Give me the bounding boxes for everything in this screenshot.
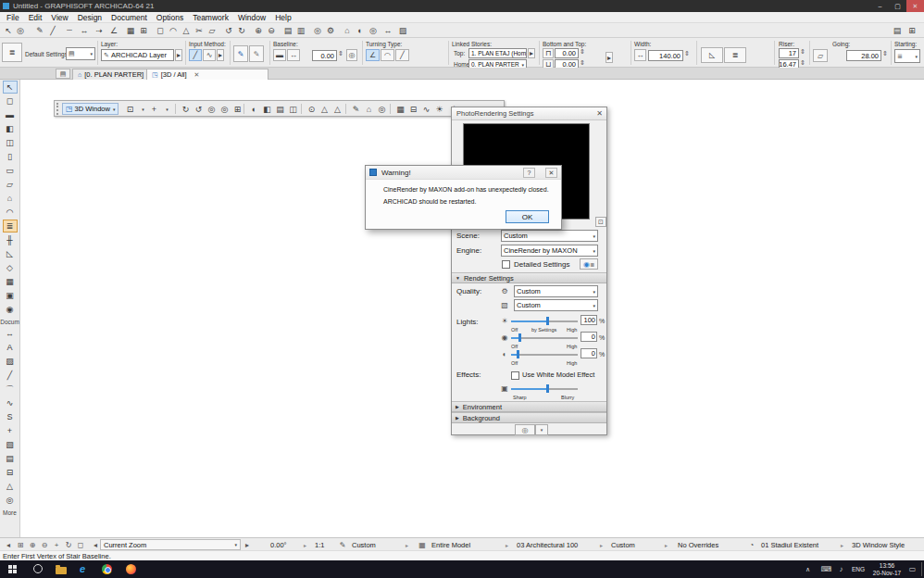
volume-icon[interactable]: ♪ [835,563,847,575]
engine-selector[interactable]: CineRender by MAXON ▾ [501,245,598,257]
markup-pen-icon[interactable]: ✎ [349,103,363,115]
riser-height-spinner-icon[interactable]: ⇕ [800,59,805,67]
sun-settings-icon[interactable]: ☀ [432,103,446,115]
pen-background-icon[interactable]: ✎ [249,45,264,62]
white-model-checkbox[interactable] [511,371,519,380]
tab-3d-all[interactable]: ◳ [3D / All] ✕ [146,69,268,80]
cortana-icon[interactable] [33,564,43,573]
roof-tool-icon[interactable]: ⌂ [3,192,18,205]
hotspot-tool-icon[interactable]: + [3,424,18,437]
layer-more-icon[interactable]: ▸ [175,49,182,61]
select-tool-icon[interactable]: ↖ [2,24,15,36]
settings-gear-icon[interactable]: ⚙ [324,24,337,36]
favorites-picker[interactable]: ▤ ▾ [66,47,95,60]
graphic-overrides-value[interactable]: No Overrides [678,541,718,549]
fit-in-window-icon[interactable]: ⊞ [15,539,26,550]
stair-profile-icon[interactable]: ◺ [701,47,723,63]
shell-tool-icon[interactable]: ◠ [3,206,18,219]
lampglow-value-field[interactable]: 0 [581,332,597,342]
top-offset-icon[interactable]: ⊓ [543,48,554,58]
menu-document[interactable]: Document [106,13,152,22]
environment-header[interactable]: ▶ Environment [452,401,606,412]
toolbox-more-label[interactable]: More [3,509,17,516]
sunlight-value-field[interactable]: 100 [581,315,597,325]
baseline-offset-icon[interactable]: ↔ [287,49,300,61]
layer-combination-value[interactable]: 03 Architectural 100 [517,541,578,549]
turning-angle-icon[interactable]: ∠ [366,49,380,61]
internet-explorer-icon[interactable]: e [80,563,85,574]
stair-steps-icon[interactable]: ≣ [724,47,746,63]
menu-help[interactable]: Help [270,13,295,22]
line-tool-icon[interactable]: ╱ [3,369,18,382]
tab-plan-parter[interactable]: ⌂ [0. PLAN PARTER] [72,69,149,80]
ambient-value-field[interactable]: 0 [581,348,597,358]
width-spinner-icon[interactable]: ⇕ [684,50,690,57]
fill-icon[interactable]: ▨ [396,24,409,36]
model-filter-value[interactable]: Entire Model [431,541,470,549]
slider-thumb[interactable] [546,384,549,393]
preview-refresh-icon[interactable]: ⊡ [595,217,606,227]
maximize-button[interactable]: ▢ [889,0,906,12]
window-view-icon[interactable]: ◫ [286,103,300,115]
method-selector[interactable]: Custom ▾ [514,299,598,311]
dialog-close-icon[interactable]: ✕ [545,168,557,178]
polyline-tool-icon[interactable]: ∿ [3,396,18,409]
menu-file[interactable]: File [2,13,24,22]
axonometry-icon[interactable]: ⊞ [231,103,244,115]
width-icon[interactable]: ↔ [634,49,646,61]
layers-icon[interactable]: ▤ [281,24,294,36]
background-header[interactable]: ▶ Background [452,412,606,423]
pen-icon[interactable]: ✎ [33,24,46,36]
quality-selector[interactable]: Custom ▾ [514,285,598,297]
dimension-style-value[interactable]: Custom [611,541,635,549]
undo-view-icon[interactable]: ↺ [192,103,206,115]
renovation-filter-value[interactable]: 01 Stadiul Existent [761,541,818,549]
elevation-tool-icon[interactable]: △ [3,480,18,493]
walk-mode-icon[interactable]: ⊙ [305,103,318,115]
tray-expand-icon[interactable]: ∧ [802,563,814,575]
arrow-both-icon[interactable]: ↔ [78,24,91,36]
taskbar-clock[interactable]: 13:56 20-Nov-17 [868,562,905,576]
input-more-icon[interactable]: ▸ [217,49,224,61]
camera-tool-icon[interactable]: ◎ [3,494,18,507]
fit-view-icon[interactable]: ⊡ [123,103,137,115]
adjust-icon[interactable]: ▱ [206,24,219,36]
redo-icon[interactable]: ↻ [235,24,248,36]
door-tool-icon[interactable]: ◧ [3,122,18,135]
triangle-icon[interactable]: △ [180,24,193,36]
baseline-wall-icon[interactable]: ▬ [273,49,286,61]
bottom-top-more-icon[interactable]: ▸ [606,52,613,63]
input-polyline-icon[interactable]: ∿ [203,49,216,61]
dashed-line-icon[interactable]: ┄ [63,24,76,36]
panel-title-bar[interactable]: PhotoRendering Settings ✕ [452,107,606,120]
layer-selector[interactable]: ✎ ARCHICAD Layer [101,49,174,61]
curtain-wall-tool-icon[interactable]: ▦ [3,275,18,288]
top-offset-spinner-icon[interactable]: ⇕ [580,48,585,56]
pan-icon[interactable]: + [147,103,161,115]
quick-options-icon[interactable]: ⊞ [905,24,918,36]
going-field[interactable]: 28.00 [846,50,881,61]
zoom-in-icon[interactable]: ⊕ [252,24,265,36]
touch-keyboard-icon[interactable]: ⌨ [820,563,832,575]
show-desktop-button[interactable] [921,562,922,576]
zoom-box-icon[interactable]: ◻ [75,539,86,550]
shading-icon[interactable]: ◐ [247,103,261,115]
3d-window-view-button[interactable]: ◳ 3D Window ▾ [62,103,119,115]
home-story-icon[interactable]: ⌂ [341,24,354,36]
dialog-help-button[interactable]: ? [523,168,535,178]
toolbar-drag-handle[interactable] [56,103,59,115]
perspective-icon[interactable]: ◎ [218,103,231,115]
arc-tool-icon[interactable]: ⌒ [3,383,18,396]
figure-tool-icon[interactable]: ▧ [3,438,18,451]
menu-teamwork[interactable]: Teamwork [188,13,233,22]
angle-icon[interactable]: ∠ [107,24,120,36]
info-sphere-icon[interactable]: ◉ ≣ [580,258,598,270]
riser-count-field[interactable]: 17 [779,48,799,58]
drawing-tool-icon[interactable]: ▤ [3,452,18,465]
organizer-icon[interactable]: ▤ [891,24,904,36]
chrome-icon[interactable] [102,564,112,574]
zoom-next-icon[interactable]: ▸ [242,539,253,550]
starting-step-selector[interactable]: ≣ ▾ [894,49,920,63]
tab-close-icon[interactable]: ✕ [194,71,200,79]
fill-tool-icon[interactable]: ▨ [3,355,18,368]
